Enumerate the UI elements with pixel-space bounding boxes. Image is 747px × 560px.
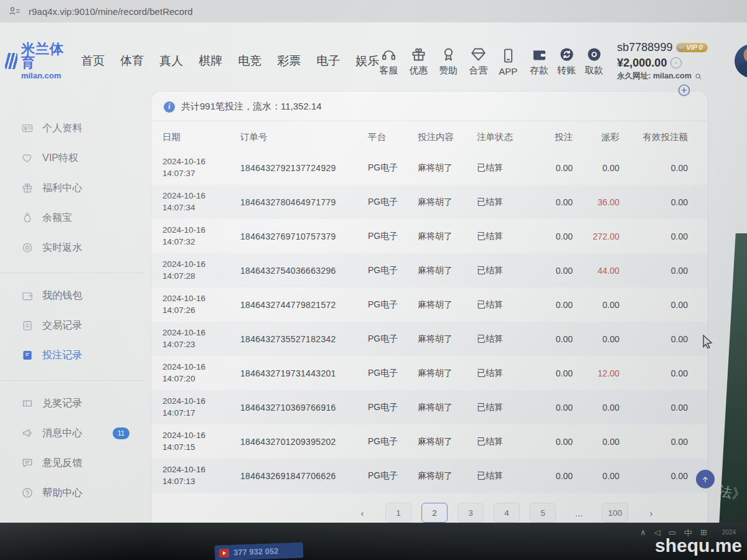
- page-button[interactable]: 5: [530, 503, 556, 523]
- cell-payout: 0.00: [576, 471, 623, 481]
- sidebar-item[interactable]: 我的钱包: [0, 281, 144, 310]
- column-header: 日期: [162, 131, 240, 143]
- sidebar-item[interactable]: 交易记录: [0, 310, 144, 340]
- cell-platform: PG电子: [368, 231, 418, 242]
- cell-bet: 0.00: [536, 266, 576, 276]
- page-button[interactable]: 3: [458, 503, 484, 523]
- next-page-button[interactable]: ›: [638, 503, 664, 523]
- nav-item[interactable]: 电子: [316, 53, 340, 69]
- nav-item[interactable]: 电竞: [238, 53, 261, 69]
- sidebar-group: 我的钱包交易记录投注记录: [0, 273, 144, 374]
- cell-bet: 0.00: [536, 163, 576, 173]
- action-diamond[interactable]: 合营: [469, 46, 487, 77]
- site-logo[interactable]: 米兰体育 milan.com: [5, 42, 65, 80]
- table-row: 2024-10-1614:07:32 1846432769710757379 P…: [151, 219, 708, 253]
- cell-valid: 0.00: [623, 368, 692, 378]
- sidebar-item[interactable]: VIP特权: [0, 143, 144, 173]
- cell-status: 已结算: [477, 470, 536, 482]
- balance-dropdown[interactable]: [670, 57, 682, 68]
- action-coin[interactable]: 取款: [585, 46, 603, 77]
- pagination: ‹12345...100›: [151, 493, 708, 523]
- action-phone[interactable]: APP: [499, 47, 517, 77]
- cell-order: 1846432735527182342: [240, 334, 368, 344]
- wallet-filled-icon: [531, 46, 548, 63]
- back-to-top-button[interactable]: [696, 470, 715, 488]
- vip-badge[interactable]: VIP 0: [676, 43, 708, 53]
- sidebar-item[interactable]: 实时返水: [0, 233, 144, 263]
- cell-date: 2024-10-1614:07:20: [162, 362, 240, 384]
- action-gift[interactable]: 优惠: [409, 46, 428, 77]
- table-row: 2024-10-1614:07:34 1846432780464971779 P…: [151, 185, 708, 219]
- table-row: 2024-10-1614:07:37 1846432792137724929 P…: [151, 151, 708, 185]
- cell-platform: PG电子: [368, 299, 418, 310]
- cell-valid: 0.00: [623, 403, 692, 413]
- vip-wing-icon: [678, 44, 684, 50]
- table-row: 2024-10-1614:07:17 1846432710369766916 P…: [151, 390, 708, 424]
- table-row: 2024-10-1614:07:20 1846432719731443201 P…: [151, 356, 708, 390]
- cell-payout: 0.00: [576, 403, 623, 413]
- background-ticker: 377 932 052: [215, 543, 304, 560]
- nav-item[interactable]: 棋牌: [199, 53, 222, 69]
- cell-content: 麻将胡了: [418, 299, 477, 310]
- action-wallet-filled[interactable]: 存款: [530, 46, 548, 77]
- cell-valid: 0.00: [623, 197, 692, 207]
- ticker-number: 377 932 052: [233, 546, 279, 558]
- nav-item[interactable]: 娱乐: [355, 53, 379, 69]
- action-transfer[interactable]: 转账: [557, 46, 576, 77]
- watermark: shequ.me: [655, 535, 742, 556]
- summary-bar: i 共计991笔投注，流水：11,352.14: [151, 91, 708, 121]
- search-icon[interactable]: [694, 72, 703, 81]
- browser-address-bar[interactable]: r9aq4x.vip:9010/mine/record/betRecord: [0, 0, 747, 23]
- nav-item[interactable]: 体育: [120, 53, 144, 69]
- table-header: 日期订单号平台投注内容注单状态投注派彩有效投注额: [151, 121, 708, 151]
- coin-icon: [586, 46, 603, 63]
- cell-status: 已结算: [477, 299, 536, 310]
- gift-icon: [410, 46, 427, 63]
- cell-date: 2024-10-1614:07:37: [162, 156, 240, 179]
- avatar[interactable]: [735, 44, 747, 78]
- action-medal[interactable]: 赞助: [439, 46, 458, 77]
- cell-valid: 0.00: [623, 334, 692, 344]
- sidebar: 个人资料VIP特权福利中心余额宝实时返水我的钱包交易记录投注记录兑奖记录消息中心…: [0, 91, 144, 523]
- sidebar-item[interactable]: 个人资料: [0, 113, 144, 143]
- page-button[interactable]: 4: [494, 503, 520, 523]
- cell-payout: 0.00: [576, 163, 623, 173]
- logo-subtitle: milan.com: [21, 71, 65, 80]
- transfer-icon: [558, 46, 575, 63]
- vip-heart-icon: [21, 152, 34, 164]
- cell-date: 2024-10-1614:07:15: [162, 430, 240, 452]
- nav-item[interactable]: 彩票: [277, 53, 301, 69]
- nav-item[interactable]: 真人: [159, 53, 183, 69]
- cell-valid: 0.00: [623, 163, 692, 173]
- page-button[interactable]: 1: [385, 503, 411, 523]
- summary-text: 共计991笔投注，流水：11,352.14: [181, 101, 322, 113]
- cell-platform: PG电子: [368, 368, 418, 379]
- action-headset[interactable]: 客服: [379, 46, 398, 77]
- sidebar-item[interactable]: 兑奖记录: [0, 388, 144, 418]
- sidebar-item[interactable]: 消息中心11: [0, 418, 144, 448]
- cell-platform: PG电子: [368, 197, 418, 208]
- sidebar-item[interactable]: 福利中心: [0, 173, 144, 203]
- nav-item[interactable]: 首页: [81, 53, 105, 69]
- table-body: 2024-10-1614:07:37 1846432792137724929 P…: [151, 151, 708, 493]
- cell-order: 1846432754036663296: [240, 266, 368, 276]
- sidebar-item[interactable]: 投注记录: [0, 340, 144, 370]
- cell-platform: PG电子: [368, 470, 418, 482]
- sidebar-item[interactable]: 意见反馈: [0, 448, 144, 478]
- logo-title: 米兰体育: [21, 42, 65, 70]
- logo-icon: [5, 53, 17, 69]
- sidebar-item[interactable]: 帮助中心: [0, 478, 144, 508]
- page-button[interactable]: 2: [421, 503, 448, 523]
- gift-icon: [21, 182, 34, 194]
- prev-page-button[interactable]: ‹: [349, 503, 375, 523]
- wallet-actions: 存款转账取款: [530, 46, 603, 77]
- column-header: 有效投注额: [623, 131, 692, 143]
- sidebar-item[interactable]: 余额宝: [0, 203, 144, 233]
- cell-valid: 0.00: [623, 437, 692, 447]
- cell-bet: 0.00: [536, 437, 576, 447]
- transactions-icon: [21, 319, 34, 332]
- username: sb7788999: [617, 40, 672, 55]
- plus-circle-icon[interactable]: [677, 83, 692, 98]
- page-button[interactable]: 100: [602, 503, 628, 523]
- content-area: i 共计991笔投注，流水：11,352.14 日期订单号平台投注内容注单状态投…: [144, 91, 747, 523]
